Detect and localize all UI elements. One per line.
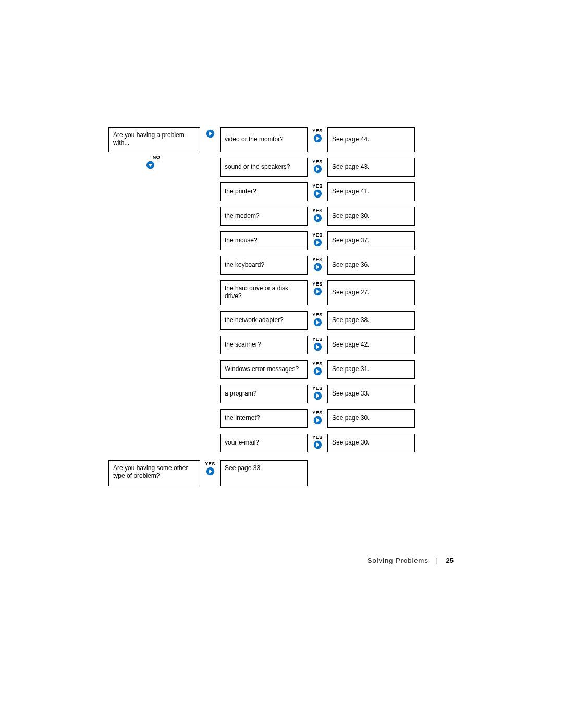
footer-page-number: 25 [446, 557, 454, 564]
item-question-box: the mouse? [220, 231, 308, 250]
item-answer-box: See page 33. [327, 385, 415, 403]
item-answer-box: See page 37. [327, 231, 415, 250]
yes-label: YES [312, 128, 323, 133]
item-question: sound or the speakers? [225, 163, 290, 171]
flow-row: the scanner? YES See page 42. [108, 336, 452, 354]
item-answer-box: See page 30. [327, 409, 415, 428]
item-answer: See page 44. [332, 135, 369, 143]
arrow-right-icon [313, 189, 322, 198]
item-answer: See page 36. [332, 261, 369, 269]
item-question-box: the modem? [220, 207, 308, 226]
arrow-cell: YES [311, 336, 324, 354]
yes-label: YES [312, 386, 323, 391]
arrow-cell: YES [311, 434, 324, 452]
item-question-box: sound or the speakers? [220, 158, 308, 177]
flow-row: the printer? YES See page 41. [108, 182, 452, 201]
item-answer: See page 38. [332, 316, 369, 324]
arrow-right-icon [313, 391, 322, 400]
item-question-box: the hard drive or a disk drive? [220, 280, 308, 305]
item-question-box: your e-mail? [220, 434, 308, 452]
arrow-cell: YES [311, 231, 324, 250]
arrow-cell: YES [311, 311, 324, 330]
no-branch: NO [146, 155, 167, 169]
item-answer-box: See page 30. [327, 434, 415, 452]
footer-section: Solving Problems [368, 557, 429, 564]
item-question-box: the printer? [220, 182, 308, 201]
arrow-right-icon [313, 134, 322, 143]
other-answer: See page 33. [225, 464, 262, 472]
arrow-right-icon [313, 214, 322, 223]
flow-row: a program? YES See page 33. [108, 385, 452, 403]
item-answer: See page 30. [332, 212, 369, 220]
arrow-cell: YES [311, 182, 324, 201]
yes-label: YES [312, 232, 323, 238]
main-question-box: Are you having a problem with... [108, 127, 200, 152]
arrow-right-icon [206, 467, 215, 476]
arrow-cell: YES [311, 207, 324, 226]
item-question: video or the monitor? [225, 135, 284, 143]
item-answer-box: See page 38. [327, 311, 415, 330]
item-question-box: a program? [220, 385, 308, 403]
arrow-cell: YES [311, 409, 324, 428]
flow-row: the network adapter? YES See page 38. [108, 311, 452, 330]
item-question-box: the network adapter? [220, 311, 308, 330]
yes-label: YES [205, 461, 215, 466]
arrow-right-icon [313, 263, 322, 272]
arrow-right-icon [313, 238, 322, 247]
item-answer-box: See page 42. [327, 336, 415, 354]
arrow-cell: YES [311, 158, 324, 177]
arrow-right-icon [313, 318, 322, 327]
item-answer: See page 31. [332, 365, 369, 373]
item-question: a program? [225, 390, 256, 398]
page-footer: Solving Problems | 25 [368, 557, 454, 564]
item-question-box: video or the monitor? [220, 127, 308, 152]
other-answer-box: See page 33. [220, 460, 308, 486]
item-answer-box: See page 27. [327, 280, 415, 305]
item-answer: See page 30. [332, 439, 369, 447]
yes-label: YES [312, 337, 323, 342]
flow-row: the mouse? YES See page 37. [108, 231, 452, 250]
flow-row: your e-mail? YES See page 30. [108, 434, 452, 452]
arrow-cell: YES [311, 256, 324, 275]
yes-label: YES [312, 312, 323, 317]
arrow-cell: YES [311, 127, 324, 152]
arrow-cell: YES [204, 460, 216, 486]
arrow-right-icon [313, 440, 322, 449]
arrow-cell: YES [311, 360, 324, 379]
yes-label: YES [312, 159, 323, 164]
arrow-right-icon [206, 129, 215, 138]
item-answer-box: See page 30. [327, 207, 415, 226]
arrow-right-icon [313, 416, 322, 425]
yes-label: YES [312, 281, 323, 287]
item-answer: See page 37. [332, 237, 369, 244]
flow-row: Windows error messages? YES See page 31. [108, 360, 452, 379]
arrow-right-icon [313, 342, 322, 351]
item-answer: See page 30. [332, 414, 369, 422]
item-answer-box: See page 31. [327, 360, 415, 379]
item-question: the modem? [225, 212, 260, 220]
item-question: the keyboard? [225, 261, 264, 269]
no-label: NO [146, 155, 167, 160]
flow-row: the keyboard? YES See page 36. [108, 256, 452, 275]
other-question: Are you having some other type of proble… [113, 464, 195, 480]
yes-label: YES [312, 435, 323, 440]
flow-row: the modem? YES See page 30. [108, 207, 452, 226]
arrow-right-icon [313, 367, 322, 376]
arrow-cell [204, 127, 216, 152]
main-question: Are you having a problem with... [113, 131, 195, 147]
yes-label: YES [312, 183, 323, 189]
arrow-cell: YES [311, 280, 324, 305]
item-question-box: the Internet? [220, 409, 308, 428]
item-question: your e-mail? [225, 439, 259, 447]
item-question-box: Windows error messages? [220, 360, 308, 379]
item-answer-box: See page 44. [327, 127, 415, 152]
item-question: the hard drive or a disk drive? [225, 285, 303, 300]
other-question-box: Are you having some other type of proble… [108, 460, 200, 486]
item-question: the printer? [225, 188, 256, 195]
item-answer-box: See page 43. [327, 158, 415, 177]
yes-label: YES [312, 257, 323, 262]
yes-label: YES [312, 208, 323, 213]
flow-row: Are you having a problem with... video o… [108, 127, 452, 152]
item-question: the network adapter? [225, 316, 284, 324]
arrow-down-icon [146, 161, 155, 169]
